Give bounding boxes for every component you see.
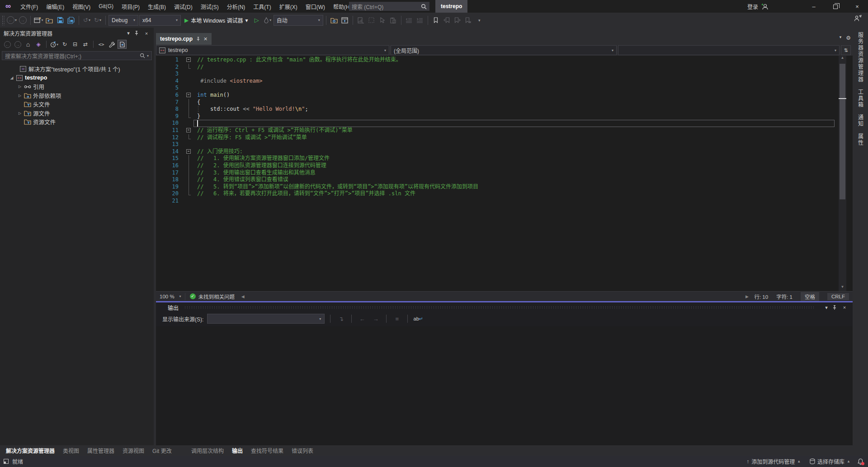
split-editor-button[interactable]: ⇅ [841,45,851,55]
new-project-button[interactable]: ▾ [33,15,43,26]
navigate-forward-button[interactable]: → [18,15,28,26]
code-line-15[interactable]: 15// 1. 使用解决方案资源管理器窗口添加/管理文件 [156,155,853,162]
fold-end-marker[interactable] [184,113,194,120]
code-line-1[interactable]: 1// testrepo.cpp : 此文件包含 "main" 函数。程序执行将… [156,57,853,64]
bottom-tab-查找符号结果[interactable]: 查找符号结果 [247,445,288,456]
send-feedback-button[interactable] [854,15,862,22]
project-chip[interactable]: testrepo [435,0,467,13]
toolbar-overflow-button[interactable]: ▾ [474,15,484,26]
code-line-7[interactable]: 7{ [156,99,853,106]
tree-item-资源文件[interactable]: 资源文件 [0,118,154,127]
next-message-icon[interactable]: → [371,314,381,324]
output-source-dropdown[interactable]: ▾ [207,314,325,324]
fold-mid-marker[interactable] [184,99,194,106]
tree-item-解决方案-testrepo-1-个项目-共-1-个-[interactable]: ∞解决方案"testrepo"(1 个项目/共 1 个) [0,65,154,74]
hot-reload-mode-dropdown[interactable]: 自动▾ [274,15,323,26]
fold-mid-marker[interactable] [184,106,194,113]
code-line-16[interactable]: 16// 2. 使用团队资源管理器窗口连接到源代码管理 [156,162,853,170]
refresh-button[interactable]: ↻ [60,40,69,49]
restore-button[interactable] [825,0,846,13]
fold-mid-marker[interactable] [184,176,194,184]
pin-button[interactable] [832,305,839,310]
sign-in-button[interactable]: 登录 [747,0,769,13]
scrollbar-thumb[interactable] [840,64,845,199]
editor-horizontal-scrollbar[interactable] [246,292,743,301]
code-line-9[interactable]: 9} [156,113,853,120]
scroll-right-icon[interactable]: ▶ [743,294,750,299]
window-position-button[interactable]: ▾ [125,30,132,36]
code-line-13[interactable]: 13 [156,141,853,148]
code-line-3[interactable]: 3 [156,71,853,78]
preview-selected-items-toggle[interactable] [118,40,127,49]
tab-list-dropdown-icon[interactable]: ▾ [840,35,842,41]
code-line-14[interactable]: 14// 入门使用技巧: [156,148,853,156]
eol-indicator[interactable]: CRLF [827,293,849,300]
code-line-4[interactable]: 4 #include <iostream> [156,78,853,85]
clear-bookmarks-icon[interactable] [463,15,473,26]
selection-icon[interactable] [367,15,377,26]
code-line-11[interactable]: 11// 运行程序: Ctrl + F5 或调试 >“开始执行(不调试)”菜单 [156,127,853,134]
undo-button[interactable]: ↺▾ [82,15,92,26]
expanded-arrow-icon[interactable]: ◢ [8,75,15,80]
previous-message-icon[interactable]: ← [357,314,367,324]
code-line-10[interactable]: 10 [156,120,853,127]
paste-icon[interactable] [388,15,398,26]
fold-open-marker[interactable] [184,57,194,64]
bottom-tab-类视图[interactable]: 类视图 [59,445,83,456]
collapsed-arrow-icon[interactable]: ▷ [16,111,24,115]
menu-item-视[interactable]: 视图(V) [68,0,94,13]
minimize-button[interactable]: – [803,0,825,13]
save-button[interactable] [55,15,65,26]
find-message-in-code-icon[interactable]: ↴ [336,314,346,324]
navigate-back-button[interactable]: ←▾ [7,15,17,26]
code-metrics-icon[interactable] [356,15,366,26]
notifications-button[interactable] [856,458,864,466]
add-to-source-control-button[interactable]: ↑ 添加到源代码管理 ▲ [743,456,804,467]
close-tab-icon[interactable]: ✕ [203,36,208,42]
code-line-21[interactable]: 21 [156,198,853,205]
vertical-tab-工具箱[interactable]: 工具箱 [857,89,864,108]
sync-selection-button[interactable]: ⇄ [81,40,90,49]
menu-item-项[interactable]: 项目(P) [118,0,144,13]
code-line-6[interactable]: 6int main() [156,92,853,99]
tab-settings-gear-icon[interactable]: ⚙ [846,35,851,41]
tree-item-外部依赖项[interactable]: ▷外部依赖项 [0,91,154,100]
panel-drag-grip[interactable] [184,306,816,309]
code-line-12[interactable]: 12// 调试程序: F5 或调试 >“开始调试”菜单 [156,134,853,142]
fold-end-marker[interactable] [184,190,194,198]
properties-button[interactable] [107,40,116,49]
solution-config-dropdown[interactable]: Debug▾ [108,15,138,26]
fold-mid-marker[interactable] [184,184,194,191]
fold-open-marker[interactable] [184,127,194,134]
menu-item-调[interactable]: 调试(D) [170,0,197,13]
bottom-tab-Git 更改[interactable]: Git 更改 [148,445,176,456]
start-without-debugging-button[interactable]: ▷ [252,15,262,26]
switch-views-button[interactable]: ◈ [34,40,43,49]
collapsed-arrow-icon[interactable]: ▷ [16,85,24,89]
window-layout-button[interactable] [340,15,350,26]
type-scope-dropdown[interactable]: (全局范围) ▾ [391,45,617,55]
window-position-button[interactable]: ▾ [823,305,830,311]
zoom-dropdown[interactable]: 100 % ▾ [156,292,185,301]
bottom-tab-错误列表[interactable]: 错误列表 [288,445,317,456]
code-line-2[interactable]: 2// [156,64,853,71]
menu-item-分[interactable]: 分析(N) [223,0,250,13]
save-all-button[interactable] [66,15,76,26]
prev-bookmark-icon[interactable] [442,15,452,26]
menu-item-测[interactable]: 测试(S) [197,0,223,13]
fold-mid-marker[interactable] [184,155,194,162]
tree-item-testrepo[interactable]: ◢++testrepo [0,74,154,83]
menu-item-工[interactable]: 工具(T) [249,0,275,13]
bottom-tab-解决方案资源管理器[interactable]: 解决方案资源管理器 [2,445,59,456]
indent-icon[interactable] [415,15,425,26]
editor-vertical-scrollbar[interactable]: ▲ ▼ [839,56,846,291]
close-button[interactable]: × [846,0,868,13]
vertical-tab-属性[interactable]: 属性 [857,133,864,146]
view-code-button[interactable]: <> [97,40,106,49]
fold-end-marker[interactable] [184,134,194,142]
tree-item-源文件[interactable]: ▷源文件 [0,109,154,118]
next-bookmark-icon[interactable] [453,15,462,26]
fold-open-marker[interactable] [184,92,194,99]
toggle-bookmark-icon[interactable] [431,15,441,26]
select-repository-button[interactable]: 选择存储库 ▲ [807,456,854,467]
